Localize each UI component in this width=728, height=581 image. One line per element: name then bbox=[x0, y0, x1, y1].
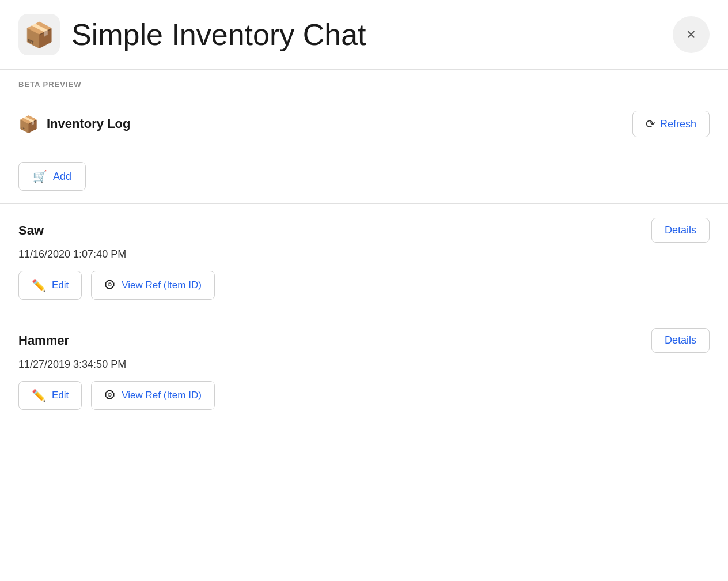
section-header: 📦 Inventory Log ⟳ Refresh bbox=[0, 99, 728, 149]
item-name-saw: Saw bbox=[18, 223, 44, 238]
item-date-saw: 11/16/2020 1:07:40 PM bbox=[18, 248, 710, 261]
close-icon: × bbox=[687, 25, 696, 44]
item-actions-saw: ✏️ Edit ⭗ View Ref (Item ID) bbox=[18, 271, 710, 300]
details-button-hammer[interactable]: Details bbox=[651, 328, 710, 353]
item-name-hammer: Hammer bbox=[18, 333, 69, 348]
item-date-hammer: 11/27/2019 3:34:50 PM bbox=[18, 359, 710, 371]
section-title: Inventory Log bbox=[47, 116, 130, 131]
item-actions-hammer: ✏️ Edit ⭗ View Ref (Item ID) bbox=[18, 381, 710, 410]
refresh-button[interactable]: ⟳ Refresh bbox=[632, 111, 710, 137]
details-label-saw: Details bbox=[665, 224, 696, 236]
edit-icon-hammer: ✏️ bbox=[32, 388, 46, 402]
edit-button-saw[interactable]: ✏️ Edit bbox=[18, 271, 82, 300]
view-ref-label-hammer: View Ref (Item ID) bbox=[122, 390, 202, 401]
edit-label-hammer: Edit bbox=[52, 390, 69, 401]
section-header-left: 📦 Inventory Log bbox=[18, 115, 130, 134]
view-ref-label-saw: View Ref (Item ID) bbox=[122, 280, 202, 291]
item-header-saw: Saw Details bbox=[18, 218, 710, 243]
header: 📦 Simple Inventory Chat × bbox=[0, 0, 728, 70]
add-label: Add bbox=[53, 171, 71, 183]
add-button[interactable]: 🛒 Add bbox=[18, 162, 86, 191]
view-ref-button-saw[interactable]: ⭗ View Ref (Item ID) bbox=[91, 271, 215, 300]
table-row: Hammer Details 11/27/2019 3:34:50 PM ✏️ … bbox=[0, 314, 728, 424]
edit-label-saw: Edit bbox=[52, 280, 69, 291]
inventory-list: Saw Details 11/16/2020 1:07:40 PM ✏️ Edi… bbox=[0, 204, 728, 424]
details-label-hammer: Details bbox=[665, 334, 696, 346]
app-icon: 📦 bbox=[18, 14, 60, 55]
details-button-saw[interactable]: Details bbox=[651, 218, 710, 243]
view-ref-icon-saw: ⭗ bbox=[104, 279, 116, 292]
beta-banner: BETA PREVIEW bbox=[0, 70, 728, 99]
add-icon: 🛒 bbox=[33, 169, 47, 183]
view-ref-icon-hammer: ⭗ bbox=[104, 389, 116, 402]
app-icon-emoji: 📦 bbox=[24, 21, 54, 49]
refresh-icon: ⟳ bbox=[646, 117, 655, 131]
close-button[interactable]: × bbox=[673, 16, 710, 53]
refresh-label: Refresh bbox=[660, 118, 696, 130]
view-ref-button-hammer[interactable]: ⭗ View Ref (Item ID) bbox=[91, 381, 215, 410]
edit-button-hammer[interactable]: ✏️ Edit bbox=[18, 381, 82, 410]
table-row: Saw Details 11/16/2020 1:07:40 PM ✏️ Edi… bbox=[0, 204, 728, 314]
app-title: Simple Inventory Chat bbox=[71, 17, 366, 52]
add-area: 🛒 Add bbox=[0, 149, 728, 204]
header-left: 📦 Simple Inventory Chat bbox=[18, 14, 366, 55]
beta-preview-text: BETA PREVIEW bbox=[18, 80, 82, 89]
item-header-hammer: Hammer Details bbox=[18, 328, 710, 353]
section-icon: 📦 bbox=[18, 115, 39, 134]
edit-icon-saw: ✏️ bbox=[32, 278, 46, 292]
